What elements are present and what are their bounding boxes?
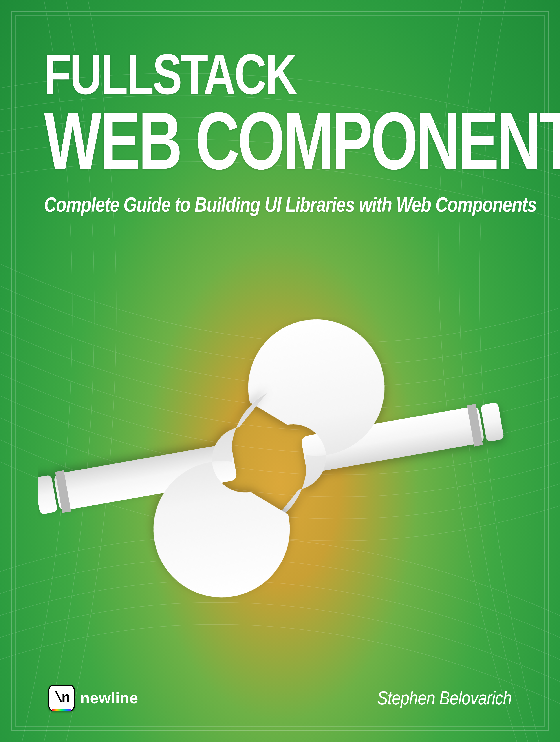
publisher-name: newline	[80, 689, 138, 707]
title-line-2: WEB COMPONENTS	[44, 102, 398, 179]
cover-footer: \n newline Stephen Belovarich	[44, 685, 516, 711]
publisher-logo-symbol: \n	[55, 690, 69, 706]
author-name: Stephen Belovarich	[377, 687, 512, 709]
interlocking-wrenches-icon	[38, 317, 522, 602]
cover-content: FULLSTACK WEB COMPONENTS Complete Guide …	[0, 0, 560, 742]
publisher-block: \n newline	[48, 685, 138, 711]
subtitle: Complete Guide to Building UI Libraries …	[44, 193, 431, 217]
cover-illustration	[22, 234, 538, 685]
svg-rect-2	[480, 402, 504, 442]
publisher-logo-icon: \n	[48, 685, 75, 711]
book-cover: FULLSTACK WEB COMPONENTS Complete Guide …	[0, 0, 560, 742]
title-line-1: FULLSTACK	[44, 48, 412, 100]
